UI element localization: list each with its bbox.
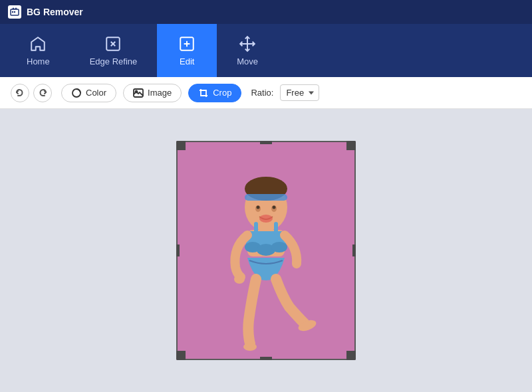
nav-item-edit[interactable]: Edit	[157, 24, 217, 77]
ratio-label: Ratio:	[251, 88, 273, 98]
crop-handle-bl[interactable]	[176, 351, 186, 360]
svg-point-1	[12, 11, 13, 13]
nav-label-edit: Edit	[180, 56, 194, 66]
image-background	[176, 141, 356, 360]
canvas-area	[0, 109, 532, 392]
svg-point-2	[14, 11, 15, 13]
color-label: Color	[86, 88, 106, 98]
nav-label-move: Move	[237, 56, 258, 66]
ratio-select[interactable]: Free 1:1 4:3 16:9 3:4	[280, 84, 319, 101]
crop-handle-tl[interactable]	[176, 141, 186, 150]
nav-label-home: Home	[27, 56, 50, 66]
crop-frame	[176, 141, 356, 360]
nav-label-edge-refine: Edge Refine	[90, 56, 138, 66]
nav-item-home[interactable]: Home	[7, 24, 70, 77]
nav-item-move[interactable]: Move	[217, 24, 278, 77]
undo-button[interactable]	[11, 84, 29, 102]
app-title: BG Remover	[27, 7, 83, 17]
toolbar: Color Image Crop Ratio: Free 1:1 4:3 16:…	[0, 77, 532, 109]
nav-item-edge-refine[interactable]: Edge Refine	[70, 24, 158, 77]
undo-redo-group	[11, 84, 52, 102]
crop-handle-br[interactable]	[346, 351, 356, 360]
color-button[interactable]: Color	[61, 84, 116, 102]
crop-handle-right[interactable]	[352, 245, 356, 256]
nav-bar: Home Edge Refine Edit Move	[0, 24, 532, 77]
app-icon	[8, 5, 21, 19]
redo-button[interactable]	[33, 84, 52, 102]
crop-handle-left[interactable]	[176, 245, 180, 256]
crop-handle-top[interactable]	[260, 141, 272, 144]
crop-button[interactable]: Crop	[188, 84, 241, 102]
title-bar: BG Remover	[0, 0, 532, 24]
ratio-wrapper: Free 1:1 4:3 16:9 3:4	[280, 84, 319, 101]
crop-handle-bottom[interactable]	[260, 357, 272, 360]
image-card	[176, 141, 356, 360]
image-button[interactable]: Image	[123, 84, 182, 102]
image-label: Image	[148, 88, 172, 98]
crop-handle-tr[interactable]	[346, 141, 356, 150]
crop-label: Crop	[213, 88, 231, 98]
